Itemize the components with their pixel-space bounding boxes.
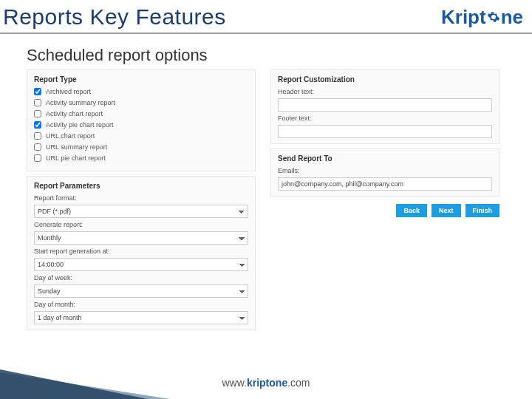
- right-column: Report Customization Header text: Footer…: [270, 69, 499, 330]
- brand-text-2: ne: [501, 6, 523, 29]
- report-type-label: Activity pie chart report: [46, 121, 114, 129]
- report-type-label: Activity chart report: [46, 110, 103, 117]
- report-type-checkbox[interactable]: [34, 132, 41, 140]
- report-type-checkbox[interactable]: [34, 99, 41, 106]
- report-type-checkbox[interactable]: [34, 110, 41, 117]
- content: Report Type Archived reportActivity summ…: [0, 69, 532, 330]
- report-customization-title: Report Customization: [278, 75, 492, 83]
- next-button[interactable]: Next: [432, 204, 461, 217]
- report-type-item: URL pie chart report: [34, 154, 248, 162]
- report-type-checkbox[interactable]: [34, 88, 41, 95]
- footer-url: www.kriptone.com: [0, 377, 532, 389]
- emails-label: Emails:: [278, 167, 492, 174]
- report-type-label: URL pie chart report: [46, 154, 106, 162]
- back-button[interactable]: Back: [396, 204, 427, 217]
- finish-button[interactable]: Finish: [466, 204, 500, 217]
- report-type-title: Report Type: [34, 75, 248, 83]
- left-column: Report Type Archived reportActivity summ…: [27, 69, 256, 330]
- send-report-panel: Send Report To Emails:: [270, 149, 499, 197]
- report-format-select[interactable]: PDF (*.pdf): [34, 205, 248, 218]
- header-text-input[interactable]: [278, 98, 492, 112]
- generate-report-label: Generate report:: [34, 221, 248, 228]
- report-type-item: Activity chart report: [34, 110, 248, 117]
- footer-text-input[interactable]: [278, 125, 492, 138]
- subtitle: Scheduled report options: [27, 46, 532, 65]
- report-format-label: Report format:: [34, 194, 248, 202]
- report-parameters-panel: Report Parameters Report format: PDF (*.…: [27, 176, 256, 330]
- start-time-label: Start report generation at:: [34, 248, 248, 255]
- report-type-checkbox[interactable]: [34, 143, 41, 151]
- footer-www: www.: [222, 377, 246, 389]
- report-parameters-title: Report Parameters: [34, 182, 248, 190]
- header: Reports Key Features Kript ne: [0, 0, 532, 34]
- day-of-month-select[interactable]: 1 day of month: [34, 311, 248, 324]
- brand-text-1: Kript: [441, 6, 486, 29]
- header-text-label: Header text:: [278, 88, 492, 95]
- day-of-week-label: Day of week:: [34, 274, 248, 282]
- report-type-label: URL chart report: [46, 132, 95, 140]
- report-type-checkbox[interactable]: [34, 121, 41, 129]
- report-type-item: Archived report: [34, 88, 248, 95]
- report-type-item: Activity summary report: [34, 99, 248, 106]
- generate-report-select[interactable]: Monthly: [34, 231, 248, 245]
- button-row: Back Next Finish: [270, 204, 499, 217]
- report-type-item: Activity pie chart report: [34, 121, 248, 129]
- day-of-week-select[interactable]: Sunday: [34, 284, 248, 298]
- report-type-label: URL summary report: [46, 143, 107, 151]
- day-of-month-label: Day of month:: [34, 301, 248, 308]
- gear-icon: [487, 10, 500, 24]
- start-time-select[interactable]: 14:00:00: [34, 258, 248, 271]
- page-title: Reports Key Features: [3, 4, 226, 30]
- report-type-label: Archived report: [46, 88, 91, 95]
- send-report-title: Send Report To: [278, 154, 492, 163]
- footer-brand: kriptone: [247, 377, 287, 389]
- report-type-item: URL chart report: [34, 132, 248, 140]
- report-type-label: Activity summary report: [46, 99, 115, 106]
- report-customization-panel: Report Customization Header text: Footer…: [270, 69, 499, 144]
- emails-input[interactable]: [278, 177, 492, 191]
- footer-text-label: Footer text:: [278, 115, 492, 122]
- report-type-checkbox[interactable]: [34, 154, 41, 162]
- brand-logo: Kript ne: [441, 6, 523, 29]
- report-type-item: URL summary report: [34, 143, 248, 151]
- report-type-panel: Report Type Archived reportActivity summ…: [27, 69, 256, 171]
- footer-com: .com: [287, 377, 310, 389]
